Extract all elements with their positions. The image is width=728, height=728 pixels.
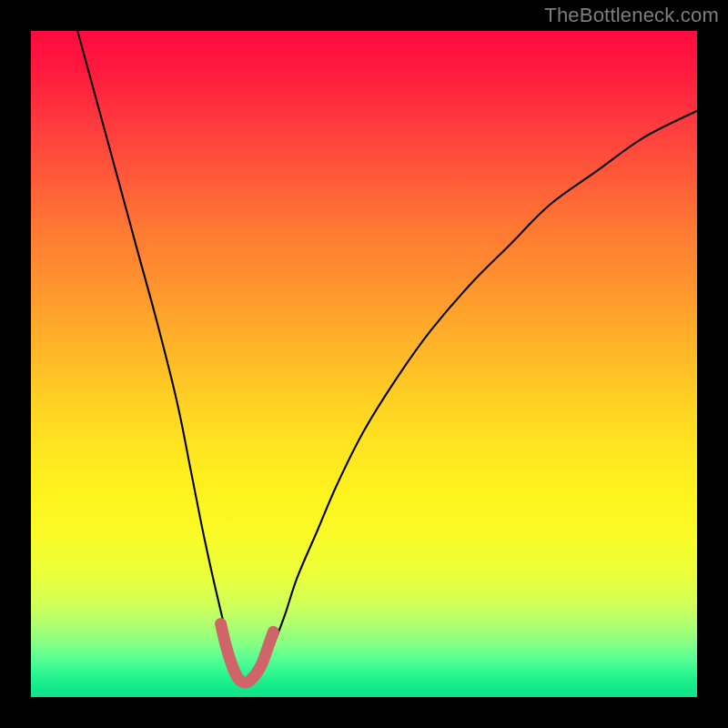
- optimal-zone: [221, 624, 274, 683]
- bottleneck-curve: [77, 31, 697, 685]
- chart-frame: TheBottleneck.com: [0, 0, 728, 728]
- watermark-label: TheBottleneck.com: [544, 4, 719, 27]
- curve-overlay: [31, 31, 697, 697]
- plot-area: [31, 31, 697, 697]
